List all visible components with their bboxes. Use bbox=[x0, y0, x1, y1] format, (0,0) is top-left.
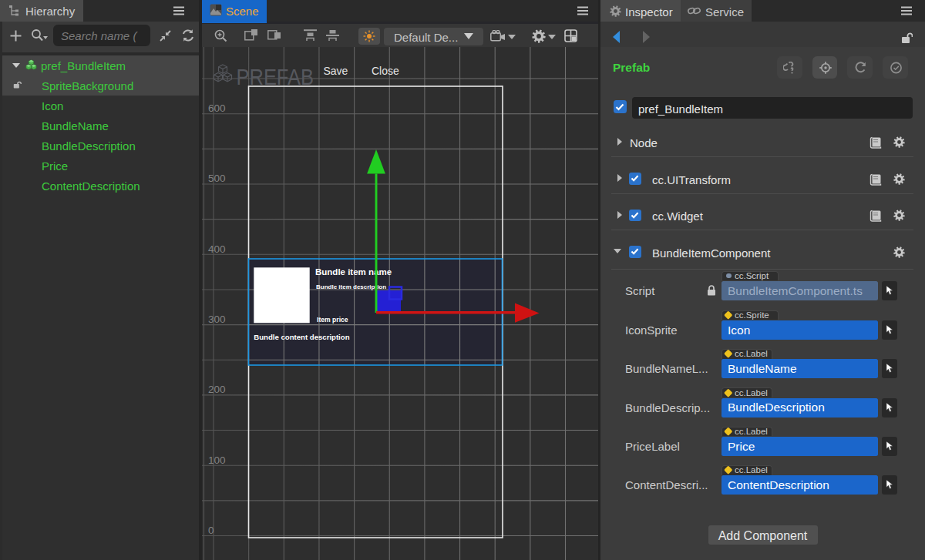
svg-text:Bundle item name: Bundle item name bbox=[315, 267, 392, 277]
svg-text:Item price: Item price bbox=[317, 316, 348, 324]
svg-text:100: 100 bbox=[208, 454, 226, 466]
svg-text:Save: Save bbox=[324, 65, 348, 77]
svg-text:PREFAB: PREFAB bbox=[237, 64, 314, 89]
svg-text:300: 300 bbox=[208, 314, 226, 325]
svg-text:400: 400 bbox=[208, 243, 226, 255]
svg-text:Close: Close bbox=[372, 65, 399, 77]
svg-text:500: 500 bbox=[208, 173, 226, 184]
svg-text:0: 0 bbox=[208, 525, 214, 536]
svg-text:Bundle content description: Bundle content description bbox=[254, 333, 349, 341]
svg-text:600: 600 bbox=[208, 102, 226, 114]
svg-text:200: 200 bbox=[208, 384, 226, 395]
